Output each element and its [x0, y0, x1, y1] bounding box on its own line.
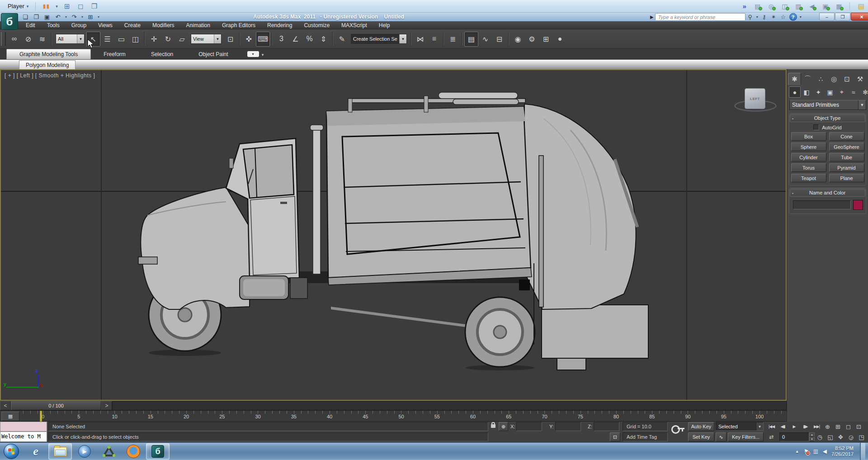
- track-bar-ruler[interactable]: 0510152025303540455055606570758085909510…: [22, 411, 787, 422]
- layer-manager-button[interactable]: ≣: [446, 32, 460, 47]
- hard-disk-icon[interactable]: ▤: [752, 1, 764, 11]
- window-crossing-toggle[interactable]: ◫: [128, 32, 142, 47]
- ribbon-tab-object-paint[interactable]: Object Paint: [186, 49, 241, 59]
- search-arrow-icon[interactable]: ▶: [650, 14, 654, 19]
- rectangular-selection-region-button[interactable]: ▭: [114, 32, 128, 47]
- select-and-move-button[interactable]: ✛: [147, 32, 161, 47]
- z-coordinate-field[interactable]: [594, 422, 619, 431]
- ribbon-tab-selection[interactable]: Selection: [138, 49, 186, 59]
- object-color-swatch[interactable]: [853, 200, 863, 210]
- y-coordinate-field[interactable]: [555, 422, 581, 431]
- set-key-button[interactable]: Set Key: [688, 432, 714, 441]
- schematic-view-button[interactable]: ⊟: [492, 32, 506, 47]
- add-time-tag[interactable]: Add Time Tag: [623, 432, 668, 441]
- object-name-field[interactable]: [793, 200, 851, 209]
- zoom-button[interactable]: ⊕: [822, 422, 833, 431]
- material-editor-button[interactable]: ◉: [511, 32, 525, 47]
- box-button[interactable]: Box: [791, 132, 826, 141]
- time-slider-track[interactable]: [112, 401, 787, 410]
- spinner-down-icon[interactable]: ▼: [809, 437, 815, 441]
- render-setup-button[interactable]: ⚙: [525, 32, 539, 47]
- show-desktop-button[interactable]: [860, 443, 865, 460]
- help-caret[interactable]: ▾: [799, 14, 802, 21]
- render-production-button[interactable]: ●: [553, 32, 567, 47]
- key-filters-button[interactable]: Key Filters...: [728, 432, 764, 441]
- zoom-region-button[interactable]: ◱: [825, 432, 835, 441]
- reference-coordinate-system-dropdown[interactable]: View▼: [191, 34, 222, 44]
- zoom-all-button[interactable]: ⊞: [833, 422, 843, 431]
- minimize-button[interactable]: –: [819, 13, 835, 21]
- maxscript-mini-listener-macro[interactable]: [0, 422, 47, 432]
- ribbon-panel-polygon-modeling[interactable]: Polygon Modeling: [19, 60, 75, 70]
- create-systems-button[interactable]: ✻: [859, 86, 868, 98]
- taskbar-triangle-app[interactable]: [97, 443, 121, 460]
- chevron-right-icon[interactable]: »: [742, 2, 746, 10]
- primitive-category-dropdown[interactable]: Standard Primitives ▼: [789, 100, 866, 110]
- restore-button[interactable]: ❐: [835, 13, 850, 21]
- teapot-button[interactable]: Teapot: [791, 174, 826, 182]
- key-icon[interactable]: ⚷: [760, 14, 769, 21]
- garbage-truck-model[interactable]: [137, 91, 656, 381]
- selection-set-key-dropdown[interactable]: Selected ▼: [716, 422, 764, 431]
- menu-group[interactable]: Group: [66, 21, 92, 29]
- create-geometry-button[interactable]: ●: [789, 86, 801, 98]
- time-slider-thumb[interactable]: 0 / 100: [11, 401, 101, 410]
- menu-maxscript[interactable]: MAXScript: [335, 21, 373, 29]
- edit-named-selection-sets-button[interactable]: ✎: [335, 32, 349, 47]
- player-menu-button[interactable]: Player ▾: [5, 2, 32, 10]
- quick-access-caret[interactable]: ▾: [97, 13, 100, 21]
- play-button[interactable]: ▶: [788, 422, 800, 431]
- display-icon[interactable]: ◫: [779, 1, 791, 11]
- tab-hierarchy[interactable]: ∴: [814, 73, 827, 85]
- pause-caret[interactable]: ▾: [54, 1, 59, 11]
- zoom-extents-all-button[interactable]: ⊡: [854, 422, 864, 431]
- menu-graph-editors[interactable]: Graph Editors: [216, 21, 261, 29]
- named-selection-sets-dropdown[interactable]: Create Selection Se▼: [351, 34, 407, 44]
- viewport-label[interactable]: [ + ] [ Left ] [ Smooth + Highlights ]: [5, 72, 95, 79]
- create-shapes-button[interactable]: ◧: [801, 86, 812, 98]
- camera-icon[interactable]: ▣: [820, 1, 831, 11]
- unlink-selection-button[interactable]: ⊘: [21, 32, 35, 47]
- search-icon[interactable]: ⚲: [746, 14, 755, 21]
- save-file-button[interactable]: ▣: [42, 13, 52, 21]
- select-and-rotate-button[interactable]: ↻: [161, 32, 175, 47]
- key-mode-toggle[interactable]: ⇄: [766, 432, 777, 441]
- show-hidden-icons-button[interactable]: ▲: [795, 449, 799, 454]
- action-center-icon[interactable]: ⚑✕: [804, 448, 809, 455]
- manage-project-button[interactable]: ⊞: [86, 13, 95, 21]
- communication-center-icon[interactable]: ✴: [769, 14, 778, 21]
- align-button[interactable]: ≡: [427, 32, 441, 47]
- menu-edit[interactable]: Edit: [20, 21, 41, 29]
- menu-views[interactable]: Views: [92, 21, 118, 29]
- search-caret[interactable]: ▾: [755, 14, 759, 21]
- frame-spinner[interactable]: ▲ ▼: [809, 432, 815, 441]
- search-input[interactable]: [655, 13, 745, 21]
- volume-icon[interactable]: ◀: [823, 448, 827, 455]
- taskbar-firefox[interactable]: [122, 443, 145, 460]
- orbit-button[interactable]: ◶: [846, 432, 856, 441]
- name-color-rollout-header[interactable]: - Name and Color: [790, 189, 865, 197]
- help-button[interactable]: ?: [789, 13, 797, 21]
- ribbon-tab-graphite-modeling-tools[interactable]: Graphite Modeling Tools: [6, 49, 91, 59]
- absolute-mode-toggle[interactable]: ⊕: [499, 422, 508, 431]
- menu-tools[interactable]: Tools: [41, 21, 66, 29]
- network-icon[interactable]: ▥: [813, 448, 818, 455]
- tab-utilities[interactable]: ⚒: [854, 73, 867, 85]
- create-space-warps-button[interactable]: ≈: [848, 86, 859, 98]
- use-pivot-point-center-button[interactable]: ⊡: [223, 32, 237, 47]
- tab-motion[interactable]: ◎: [827, 73, 840, 85]
- spinner-up-icon[interactable]: ▲: [809, 432, 815, 437]
- tube-button[interactable]: Tube: [829, 153, 864, 161]
- taskbar-windows-explorer[interactable]: [48, 443, 72, 460]
- torus-button[interactable]: Torus: [791, 163, 826, 172]
- mirror-button[interactable]: ⋈: [413, 32, 427, 47]
- ribbon-minimize-button[interactable]: ▾: [247, 51, 259, 57]
- cd-dvd-icon[interactable]: ◎: [765, 1, 777, 11]
- pan-button[interactable]: ✥: [835, 432, 846, 441]
- time-configuration-button[interactable]: ◷: [815, 432, 825, 441]
- angle-snap-toggle[interactable]: ∠: [288, 32, 302, 47]
- usb-device-icon[interactable]: ▦: [833, 1, 845, 11]
- tray-clock[interactable]: 8:52 PM 7/26/2017: [831, 446, 854, 457]
- ribbon-tab-freeform[interactable]: Freeform: [91, 49, 138, 59]
- spinner-snap-toggle[interactable]: ⇕: [316, 32, 330, 47]
